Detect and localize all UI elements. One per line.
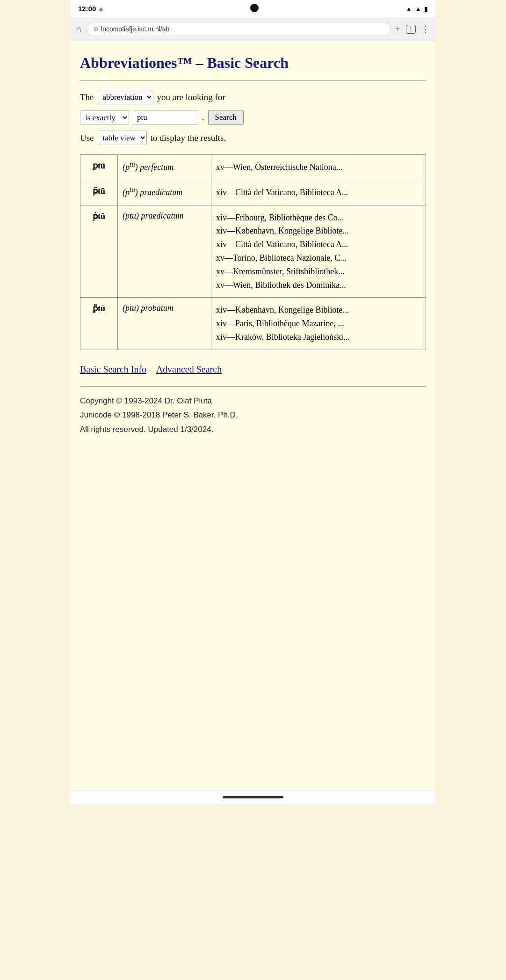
table-row: ꝑtū (ptu) perfectum xv—Wien, Österreichi… [80,155,426,180]
meaning-cell: (ptu) perfectum [118,155,211,180]
search-period: . [202,113,204,123]
status-left: 12:00 [78,5,103,13]
browser-actions: + 1 ⋮ [396,24,430,34]
sources-cell: xiv—Fribourg, Bibliothèque des Co... xiv… [211,205,426,298]
browser-chrome: ⌂ ⊙ locomotiefje.isc.ru.nl/ab + 1 ⋮ [71,17,435,41]
table-row: ꝑ̈tū (ptu) probatum xiv—København, Konge… [80,298,426,350]
bottom-nav [71,790,435,804]
table-row: ṗtū (ptu) praedicatum xiv—Fribourg, Bibl… [80,205,426,298]
meaning-cell: (ptu) praedicatum [118,180,211,205]
search-button[interactable]: Search [208,110,244,125]
sources-cell: xiv—København, Kongelige Bibliote... xiv… [211,298,426,350]
url-lock-icon: ⊙ [94,26,98,32]
display-dropdown[interactable]: table view list view [98,131,147,145]
status-bar: 12:00 ▲ ▲ ▮ [71,0,435,17]
signal-icon: ▲ [415,5,421,13]
search-section: The abbreviation meaning source you are … [80,90,426,145]
url-bar[interactable]: ⊙ locomotiefje.isc.ru.nl/ab [87,22,391,36]
title-divider [80,80,426,80]
add-tab-button[interactable]: + [396,24,400,34]
camera-dot [250,4,259,14]
more-options-button[interactable]: ⋮ [421,24,430,34]
search-line1-post: you are looking for [157,92,225,102]
basic-search-info-link[interactable]: Basic Search Info [80,364,146,374]
tab-count[interactable]: 1 [406,25,416,34]
search-input[interactable] [133,110,198,125]
page-title: Abbreviationes™ – Basic Search [80,54,426,72]
abbrev-cell: ꝑ̈tū [80,298,118,350]
abbrev-cell: ꝑtū [80,155,118,180]
abbrev-cell: p̈tū [80,180,118,205]
meaning-cell: (ptu) probatum [118,298,211,350]
search-line3: Use table view list view to display the … [80,131,426,145]
display-pre: Use [80,133,94,143]
footer-links: Basic Search Info Advanced Search [80,364,426,375]
search-line1: The abbreviation meaning source you are … [80,90,426,104]
footer-divider [80,386,426,387]
table-row: p̈tū (ptu) praedicatum xiv—Città del Vat… [80,180,426,205]
sources-cell: xiv—Città del Vaticano, Biblioteca A... [211,180,426,205]
status-time: 12:00 [78,5,96,13]
copyright-line2: Junicode © 1998-2018 Peter S. Baker, Ph.… [80,410,238,419]
url-text: locomotiefje.isc.ru.nl/ab [101,25,169,33]
sources-cell: xv—Wien, Österreichische Nationa... [211,155,426,180]
browser-home-button[interactable]: ⌂ [76,24,82,35]
search-line1-pre: The [80,92,94,102]
page-content: Abbreviationes™ – Basic Search The abbre… [71,41,435,790]
display-post: to display the results. [151,133,226,143]
battery-icon: ▮ [424,5,428,13]
copyright-line3: All rights reserved. Updated 1/3/2024. [80,425,213,434]
copyright-line1: Copyright © 1993-2024 Dr. Olaf Pluta [80,396,212,405]
copyright: Copyright © 1993-2024 Dr. Olaf Pluta Jun… [80,394,426,437]
shield-icon [99,5,103,13]
home-indicator [223,796,283,798]
condition-dropdown[interactable]: is exactly contains starts with ends wit… [80,110,129,125]
advanced-search-link[interactable]: Advanced Search [156,364,222,374]
field-dropdown[interactable]: abbreviation meaning source [98,90,153,104]
status-right: ▲ ▲ ▮ [405,5,428,13]
meaning-cell: (ptu) praedicatum [118,205,211,298]
search-line2: is exactly contains starts with ends wit… [80,110,426,125]
wifi-icon: ▲ [405,5,412,13]
abbrev-cell: ṗtū [80,205,118,298]
results-table: ꝑtū (ptu) perfectum xv—Wien, Österreichi… [80,154,426,350]
